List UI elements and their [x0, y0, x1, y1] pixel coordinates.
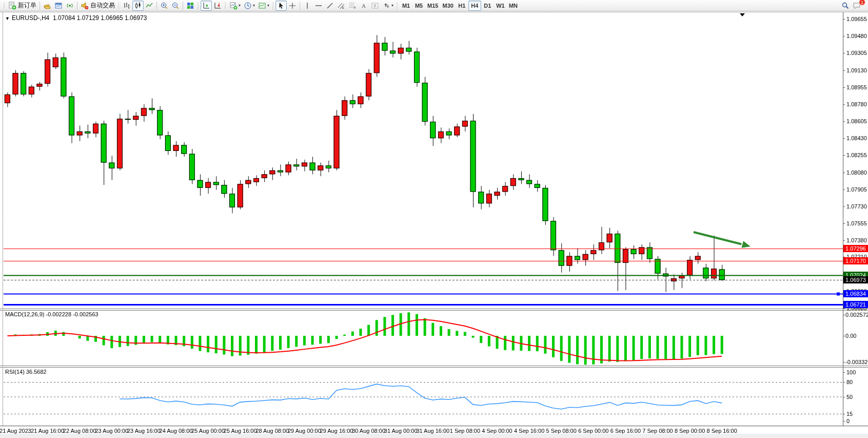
zoom-in-button[interactable] [159, 1, 170, 11]
indicators-button[interactable]: ▾ [228, 1, 242, 11]
timeframe-group: M1M5M15M30H1H4D1W1MN [400, 1, 520, 11]
time-axis-label: 21 Aug 2023 [0, 428, 31, 434]
mt4-window: 新订单 [0, 0, 868, 438]
auto-scroll-icon [202, 2, 210, 10]
data-window-icon [54, 2, 63, 10]
shapes-button[interactable]: ▾ [381, 1, 395, 11]
vertical-line-button[interactable] [302, 1, 313, 11]
time-axis-label: 29 Aug 16:00 [320, 428, 353, 434]
timeframe-button-mn[interactable]: MN [507, 1, 520, 11]
rsi-indicator-label: RSI(14) 36.5682 [5, 369, 47, 375]
text-icon: A [360, 2, 368, 10]
new-order-label: 新订单 [18, 1, 36, 10]
timeframe-button-m1[interactable]: M1 [400, 1, 412, 11]
timeframe-button-w1[interactable]: W1 [494, 1, 507, 11]
auto-trading-label: 自动交易 [90, 1, 115, 10]
svg-text:E: E [342, 6, 344, 9]
chat-button[interactable]: 1 [851, 1, 863, 11]
toolbar: 新订单 [0, 0, 868, 11]
time-axis-label: 22 Aug 08:00 [63, 428, 96, 434]
rsi-axis-tick: 100 [846, 369, 856, 375]
dropdown-arrow-icon[interactable]: ▾ [267, 3, 269, 8]
auto-scroll-button[interactable] [201, 1, 212, 11]
toolbar-grip[interactable] [117, 2, 120, 10]
timeframe-button-h1[interactable]: H1 [456, 1, 468, 11]
templates-button[interactable]: ▾ [257, 1, 271, 11]
data-window-button[interactable] [53, 1, 64, 11]
time-axis-label: 25 Aug 00:00 [191, 428, 225, 434]
equidistant-channel-button[interactable]: E [336, 1, 347, 11]
toolbar-separator [156, 2, 157, 10]
time-axis-label: 21 Aug 16:00 [31, 428, 64, 434]
periods-button[interactable]: ▾ [242, 1, 257, 11]
price-axis-tick: 1.07380 [846, 237, 867, 243]
cursor-icon [277, 2, 285, 10]
price-axis-tick: 1.07555 [846, 220, 867, 226]
timeframe-button-m5[interactable]: M5 [412, 1, 425, 11]
dropdown-arrow-icon[interactable]: ▾ [253, 3, 255, 8]
chart-shift-icon [213, 2, 222, 10]
toolbar-separator [77, 2, 77, 10]
price-axis-tick: 1.08780 [846, 101, 867, 107]
macd-axis-tick: 0.00 [845, 333, 856, 339]
timeframe-button-d1[interactable]: D1 [481, 1, 494, 11]
timeframe-button-m30[interactable]: M30 [440, 1, 455, 11]
bar-chart-icon [123, 2, 131, 10]
indicators-icon [229, 2, 238, 10]
time-axis-label: 31 Aug 00:00 [384, 428, 418, 434]
auto-trading-button[interactable]: 自动交易 [79, 1, 116, 11]
cursor-button[interactable] [275, 1, 287, 11]
zoom-out-button[interactable] [170, 1, 181, 11]
bar-chart-button[interactable] [121, 1, 132, 11]
price-chart-canvas[interactable] [0, 11, 868, 438]
toolbar-grip[interactable] [3, 2, 6, 10]
collapse-arrow-icon[interactable]: ▼ [5, 16, 10, 21]
crosshair-button[interactable] [287, 1, 298, 11]
horizontal-line-button[interactable] [313, 1, 324, 11]
chart-symbol-period: EURUSD-,H4 [12, 14, 49, 22]
line-chart-button[interactable] [144, 1, 155, 11]
dropdown-arrow-icon[interactable]: ▾ [239, 3, 241, 8]
timeframe-button-m15[interactable]: M15 [425, 1, 440, 11]
chart-shift-button[interactable] [212, 1, 223, 11]
toolbar-grip[interactable] [272, 2, 274, 10]
toolbar-separator [300, 2, 300, 10]
horizontal-line-icon [314, 2, 323, 10]
candlestick-chart-button[interactable] [132, 1, 144, 11]
trendline-icon [326, 2, 334, 10]
toolbar-grip[interactable] [197, 2, 200, 10]
toolbar-grip[interactable] [396, 2, 399, 10]
price-axis-tick: 1.08605 [846, 118, 867, 124]
timeframe-button-h4[interactable]: H4 [468, 1, 481, 11]
auto-trading-icon [81, 2, 89, 10]
rsi-axis-tick: 0 [846, 418, 850, 424]
macd-indicator-label: MACD(12,26,9) -0.002228 -0.002563 [5, 311, 98, 317]
trendline-button[interactable] [324, 1, 336, 11]
time-axis-label: 8 Sep 16:00 [707, 428, 737, 434]
text-button[interactable]: A [358, 1, 369, 11]
new-order-button[interactable]: 新订单 [7, 1, 38, 11]
equidistant-channel-icon: E [337, 2, 345, 10]
search-button[interactable] [840, 1, 851, 11]
time-axis-label: 24 Aug 08:00 [160, 428, 193, 434]
price-axis-tick: 1.09480 [846, 33, 867, 39]
svg-text:F: F [354, 6, 356, 9]
dropdown-arrow-icon[interactable]: ▾ [391, 3, 393, 8]
fibonacci-button[interactable]: F [347, 1, 358, 11]
price-axis-tick: 1.08955 [846, 84, 867, 90]
text-label-button[interactable]: T [369, 1, 381, 11]
time-axis-label: 4 Sep 16:00 [514, 428, 544, 434]
time-axis-label: 8 Sep 00:00 [675, 428, 705, 434]
tile-windows-button[interactable] [185, 1, 196, 11]
new-order-icon [8, 2, 16, 10]
toolbar-grip[interactable] [224, 2, 227, 10]
chart-title: ▼EURUSD-,H4 1.07084 1.07129 1.06965 1.06… [5, 14, 147, 22]
rsi-axis-tick: 15 [846, 411, 853, 417]
chart-area: ▼EURUSD-,H4 1.07084 1.07129 1.06965 1.06… [0, 11, 868, 438]
rsi-axis-tick: 80 [846, 379, 853, 385]
price-axis-tick: 1.07730 [846, 203, 867, 210]
time-axis-label: 23 Aug 16:00 [127, 428, 161, 434]
signals-button[interactable] [64, 1, 75, 11]
market-watch-button[interactable] [42, 1, 53, 11]
search-icon [841, 2, 850, 10]
